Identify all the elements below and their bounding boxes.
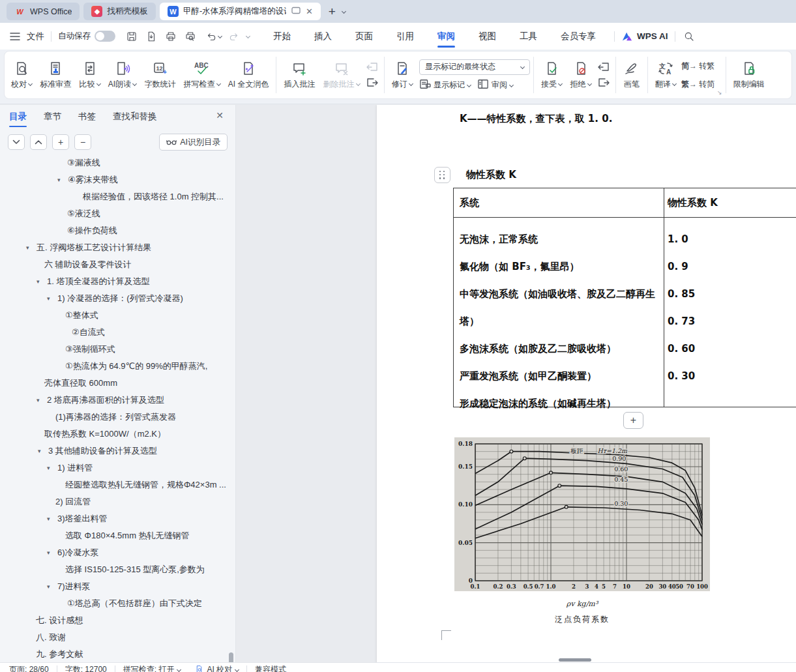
toc-item[interactable]: ▾1. 塔顶全凝器的计算及选型 bbox=[0, 273, 229, 290]
word-count-button[interactable]: 12+ 字数统计 bbox=[140, 58, 179, 93]
more-actions-chevron-icon[interactable] bbox=[246, 34, 250, 38]
page-indicator[interactable]: 页面: 28/60 bbox=[9, 664, 49, 672]
restrict-editing-button[interactable]: 限制编辑 bbox=[730, 58, 769, 93]
menu-view[interactable]: 视图 bbox=[467, 23, 508, 50]
menu-page[interactable]: 页面 bbox=[344, 23, 385, 50]
toc-collapse-caret-icon[interactable]: ▾ bbox=[47, 583, 57, 590]
previous-change-icon[interactable] bbox=[597, 61, 611, 73]
toc-item[interactable]: 七. 设计感想 bbox=[0, 612, 229, 629]
toc-item[interactable]: 八. 致谢 bbox=[0, 629, 229, 646]
sidebar-tab-find-replace[interactable]: 查找和替换 bbox=[113, 105, 157, 128]
review-pane-button[interactable]: 审阅 bbox=[477, 79, 513, 91]
close-tab-icon[interactable]: ✕ bbox=[306, 7, 313, 16]
undo-icon[interactable] bbox=[204, 29, 218, 44]
tab-wps-office[interactable]: W WPS Office bbox=[7, 3, 80, 20]
new-tab-button[interactable]: + bbox=[329, 5, 336, 19]
group-expand-icon[interactable]: ↘ bbox=[717, 89, 722, 96]
zoom-out-button[interactable]: − bbox=[74, 134, 91, 150]
markup-state-dropdown[interactable]: 显示标记的最终状态 bbox=[419, 59, 530, 75]
toc-collapse-caret-icon[interactable]: ▾ bbox=[47, 549, 57, 556]
show-markup-button[interactable]: 显示标记 bbox=[419, 79, 471, 91]
tab-docer-templates[interactable]: ◆ 找稻壳模板 bbox=[83, 3, 156, 20]
toc-collapse-caret-icon[interactable]: ▾ bbox=[26, 244, 37, 251]
toc-item[interactable]: ▾五. 浮阀塔板工艺设计计算结果 bbox=[0, 239, 229, 256]
toc-collapse-caret-icon[interactable]: ▾ bbox=[47, 516, 57, 522]
add-table-row-button[interactable]: + bbox=[623, 412, 643, 429]
toc-item[interactable]: ①塔总高（不包括群座）由下式决定 bbox=[0, 595, 229, 612]
toc-item[interactable]: 壳体直径取 600mm bbox=[0, 375, 229, 392]
toc-collapse-caret-icon[interactable]: ▾ bbox=[37, 278, 47, 285]
translate-button[interactable]: 文A 翻译 bbox=[651, 58, 680, 93]
ink-pen-button[interactable]: 画笔 bbox=[619, 58, 644, 93]
toc-item[interactable]: ②自流式 bbox=[0, 324, 229, 341]
table-drag-handle-icon[interactable] bbox=[434, 167, 450, 183]
toc-item[interactable]: ▾3)塔釜出料管 bbox=[0, 510, 229, 527]
toc-item[interactable]: (1)再沸器的选择：列管式蒸发器 bbox=[0, 409, 229, 426]
ai-recognize-toc-button[interactable]: AI识别目录 bbox=[159, 134, 228, 151]
ai-polish-button[interactable]: AI 全文润色 bbox=[224, 58, 273, 93]
previous-comment-icon[interactable] bbox=[365, 61, 379, 73]
document-page[interactable]: K——特性系数，查下表，取 1. 0. 物性系数 K 系统 物性系数 K 无泡沫… bbox=[377, 105, 796, 662]
ai-read-button[interactable]: AI朗读 bbox=[104, 58, 141, 93]
toc-item[interactable]: 六 辅助设备及零件设计 bbox=[0, 256, 229, 273]
collapse-all-button[interactable] bbox=[8, 134, 25, 150]
toc-item[interactable]: ▾6)冷凝水泵 bbox=[0, 544, 229, 561]
toc-item[interactable]: 根据经验值，因该塔径 1.0m 控制其... bbox=[0, 188, 229, 205]
spell-check-button[interactable]: ABC 拼写检查 bbox=[179, 58, 224, 93]
file-menu[interactable]: 文件 bbox=[8, 29, 44, 44]
accept-change-button[interactable]: 接受 bbox=[537, 58, 566, 93]
toc-item[interactable]: ▾1) 冷凝器的选择：(列管式冷凝器) bbox=[0, 290, 229, 307]
export-pdf-icon[interactable] bbox=[144, 29, 158, 44]
track-changes-button[interactable]: 修订 bbox=[388, 58, 417, 93]
sidebar-tab-chapters[interactable]: 章节 bbox=[44, 105, 61, 128]
word-count-indicator[interactable]: 字数: 12700 bbox=[65, 664, 107, 672]
toc-collapse-caret-icon[interactable]: ▾ bbox=[38, 448, 48, 454]
print-preview-icon[interactable] bbox=[183, 29, 198, 44]
toc-collapse-caret-icon[interactable]: ▾ bbox=[37, 397, 47, 403]
sidebar-tab-bookmarks[interactable]: 书签 bbox=[78, 105, 96, 128]
detach-window-icon[interactable] bbox=[291, 7, 301, 16]
delete-comment-button[interactable]: 删除批注 bbox=[319, 58, 363, 93]
spell-check-indicator[interactable]: 拼写检查: 打开 bbox=[123, 664, 181, 672]
autosave-toggle[interactable] bbox=[95, 31, 115, 42]
search-icon[interactable] bbox=[682, 29, 696, 44]
toc-item[interactable]: ▾2 塔底再沸器面积的计算及选型 bbox=[0, 392, 229, 409]
next-change-icon[interactable] bbox=[597, 77, 611, 89]
toc-item[interactable]: ③漏液线 bbox=[0, 154, 229, 171]
toc-item[interactable]: 九. 参考文献 bbox=[0, 646, 229, 662]
toc-item[interactable]: ⑤液泛线 bbox=[0, 205, 229, 222]
toc-item[interactable]: 选择 IS150-125-315 型离心泵,参数为 bbox=[0, 561, 229, 578]
horizontal-scrollbar[interactable] bbox=[559, 658, 591, 662]
toc-item[interactable]: ⑥操作负荷线 bbox=[0, 222, 229, 239]
close-sidebar-icon[interactable]: ✕ bbox=[216, 110, 224, 121]
to-traditional-button[interactable]: 简→ 转繁 bbox=[681, 59, 715, 72]
sidebar-tab-toc[interactable]: 目录 bbox=[9, 105, 27, 128]
toc-item[interactable]: ▾④雾沫夹带线 bbox=[0, 171, 229, 188]
toc-item[interactable]: ▾7)进料泵 bbox=[0, 578, 229, 595]
print-icon[interactable] bbox=[164, 29, 178, 44]
menu-insert[interactable]: 插入 bbox=[302, 23, 344, 50]
undo-chevron-icon[interactable] bbox=[218, 34, 222, 38]
toc-item[interactable]: 2) 回流管 bbox=[0, 493, 229, 510]
toc-collapse-caret-icon[interactable]: ▾ bbox=[47, 295, 57, 302]
menu-tools[interactable]: 工具 bbox=[508, 23, 549, 50]
next-comment-icon[interactable] bbox=[365, 77, 379, 89]
proofread-button[interactable]: 校对 bbox=[7, 58, 36, 93]
toc-item[interactable]: 经圆整选取热轧无缝钢管，规格Φ42×3m ... bbox=[0, 476, 229, 493]
ai-check-indicator[interactable]: AI 校对 bbox=[195, 664, 239, 672]
reject-change-button[interactable]: 拒绝 bbox=[566, 58, 595, 93]
tab-list-chevron-icon[interactable] bbox=[342, 9, 346, 14]
menu-review[interactable]: 审阅 bbox=[426, 23, 467, 50]
save-icon[interactable] bbox=[125, 29, 139, 44]
menu-home[interactable]: 开始 bbox=[261, 23, 302, 50]
compare-button[interactable]: 比较 bbox=[75, 58, 104, 93]
toc-item[interactable]: 选取 Φ180×4.5mm 热轧无缝钢管 bbox=[0, 527, 229, 544]
insert-comment-button[interactable]: 插入批注 bbox=[280, 58, 319, 93]
toc-collapse-caret-icon[interactable]: ▾ bbox=[47, 465, 57, 471]
wps-ai-button[interactable]: WPS AI bbox=[621, 31, 668, 42]
menu-reference[interactable]: 引用 bbox=[385, 23, 426, 50]
to-simplified-button[interactable]: 繁→ 转简 bbox=[681, 78, 715, 91]
menu-membership[interactable]: 会员专享 bbox=[549, 23, 608, 50]
toc-item[interactable]: ▾1) 进料管 bbox=[0, 460, 229, 476]
redo-icon[interactable] bbox=[227, 29, 241, 44]
